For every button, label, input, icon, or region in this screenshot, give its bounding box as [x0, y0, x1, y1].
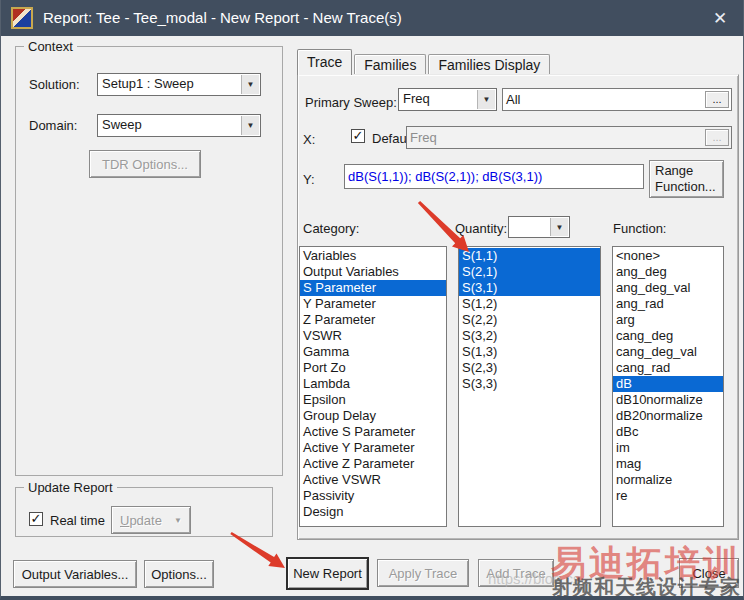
- category-item[interactable]: Lambda: [300, 376, 446, 392]
- y-field[interactable]: [344, 164, 644, 189]
- category-item[interactable]: Z Parameter: [300, 312, 446, 328]
- solution-combobox[interactable]: Setup1 : Sweep ▼: [97, 73, 261, 96]
- red-arrow-icon: [409, 200, 479, 262]
- category-label: Category:: [303, 221, 359, 236]
- category-item[interactable]: Output Variables: [300, 264, 446, 280]
- category-item[interactable]: Gamma: [300, 344, 446, 360]
- update-button[interactable]: Update ▼: [111, 506, 191, 534]
- function-item[interactable]: mag: [613, 456, 723, 472]
- function-item[interactable]: ang_deg_val: [613, 280, 723, 296]
- primary-sweep-range-field[interactable]: All ...: [502, 88, 732, 111]
- quantity-item[interactable]: S(2,3): [459, 360, 600, 376]
- function-item[interactable]: <none>: [613, 248, 723, 264]
- category-item[interactable]: VSWR: [300, 328, 446, 344]
- function-item[interactable]: arg: [613, 312, 723, 328]
- quantity-item[interactable]: S(1,2): [459, 296, 600, 312]
- apply-trace-button[interactable]: Apply Trace: [377, 559, 469, 587]
- category-item[interactable]: Active S Parameter: [300, 424, 446, 440]
- check-icon: ✓: [31, 512, 42, 525]
- update-report-group-label: Update Report: [24, 480, 117, 495]
- quantity-item[interactable]: S(3,1): [459, 280, 600, 296]
- context-group-label: Context: [24, 39, 77, 54]
- category-item[interactable]: Design: [300, 504, 446, 520]
- quantity-item[interactable]: S(2,2): [459, 312, 600, 328]
- real-time-label[interactable]: Real time: [50, 513, 105, 528]
- real-time-checkbox[interactable]: ✓: [29, 512, 43, 526]
- function-listbox[interactable]: <none>ang_degang_deg_valang_radargcang_d…: [612, 246, 724, 527]
- chevron-down-icon: ▼: [174, 516, 182, 525]
- watermark-tagline: 射频和天线设计专家: [552, 574, 741, 600]
- function-item[interactable]: ang_rad: [613, 296, 723, 312]
- context-group: Context: [15, 46, 283, 476]
- category-item[interactable]: Active Z Parameter: [300, 456, 446, 472]
- options-button[interactable]: Options...: [144, 560, 214, 588]
- primary-sweep-label: Primary Sweep:: [305, 95, 397, 110]
- domain-label: Domain:: [29, 118, 77, 133]
- quantity-combobox[interactable]: ▼: [508, 216, 570, 238]
- function-item[interactable]: normalize: [613, 472, 723, 488]
- solution-label: Solution:: [29, 77, 80, 92]
- tab-strip: TraceFamiliesFamilies Display: [297, 49, 552, 75]
- update-button-label: Update: [120, 513, 162, 528]
- tab[interactable]: Families: [354, 54, 426, 75]
- function-item[interactable]: dB: [613, 376, 723, 392]
- quantity-combo-value: [513, 217, 549, 237]
- chevron-down-icon[interactable]: ▼: [477, 90, 495, 109]
- function-item[interactable]: im: [613, 440, 723, 456]
- function-item[interactable]: ang_deg: [613, 264, 723, 280]
- category-item[interactable]: Y Parameter: [300, 296, 446, 312]
- category-item[interactable]: Passivity: [300, 488, 446, 504]
- primary-sweep-combobox[interactable]: Freq ▼: [398, 88, 497, 111]
- function-item[interactable]: dB20normalize: [613, 408, 723, 424]
- domain-value: Sweep: [102, 115, 240, 136]
- category-item[interactable]: Epsilon: [300, 392, 446, 408]
- quantity-listbox[interactable]: S(1,1)S(2,1)S(3,1)S(1,2)S(2,2)S(3,2)S(1,…: [458, 246, 601, 527]
- range-function-button[interactable]: Range Function...: [649, 160, 724, 198]
- chevron-down-icon[interactable]: ▼: [550, 218, 568, 236]
- quantity-item[interactable]: S(1,1): [459, 248, 600, 264]
- quantity-item[interactable]: S(3,3): [459, 376, 600, 392]
- function-item[interactable]: cang_deg: [613, 328, 723, 344]
- x-default-checkbox[interactable]: ✓: [351, 129, 365, 143]
- function-item[interactable]: re: [613, 488, 723, 504]
- check-icon: ✓: [353, 129, 364, 142]
- x-field: Freq ...: [406, 126, 732, 149]
- category-item[interactable]: Group Delay: [300, 408, 446, 424]
- domain-combobox[interactable]: Sweep ▼: [97, 114, 261, 137]
- title-bar[interactable]: Report: Tee - Tee_modal - New Report - N…: [1, 0, 744, 36]
- function-item[interactable]: dBc: [613, 424, 723, 440]
- app-icon: [11, 7, 33, 29]
- x-label: X:: [303, 132, 315, 147]
- report-dialog: Report: Tee - Tee_modal - New Report - N…: [0, 0, 744, 600]
- chevron-down-icon[interactable]: ▼: [241, 116, 259, 135]
- x-value: Freq: [410, 130, 437, 145]
- y-label: Y:: [303, 172, 315, 187]
- category-item[interactable]: Port Zo: [300, 360, 446, 376]
- tdr-options-button[interactable]: TDR Options...: [89, 150, 201, 178]
- output-variables-button[interactable]: Output Variables...: [13, 560, 137, 588]
- x-ellipsis-button: ...: [705, 129, 729, 146]
- red-arrow-icon: [223, 530, 303, 580]
- quantity-item[interactable]: S(2,1): [459, 264, 600, 280]
- tab[interactable]: Trace: [297, 49, 352, 75]
- window-title: Report: Tee - Tee_modal - New Report - N…: [43, 0, 402, 36]
- primary-sweep-ellipsis-button[interactable]: ...: [705, 91, 729, 108]
- function-item[interactable]: dB10normalize: [613, 392, 723, 408]
- quantity-item[interactable]: S(1,3): [459, 344, 600, 360]
- category-item[interactable]: Active VSWR: [300, 472, 446, 488]
- category-listbox[interactable]: VariablesOutput VariablesS ParameterY Pa…: [299, 246, 447, 527]
- chevron-down-icon[interactable]: ▼: [241, 75, 259, 94]
- category-item[interactable]: Active Y Parameter: [300, 440, 446, 456]
- primary-sweep-range-value: All: [506, 92, 520, 107]
- function-label: Function:: [613, 221, 666, 236]
- solution-value: Setup1 : Sweep: [102, 74, 240, 95]
- quantity-item[interactable]: S(3,2): [459, 328, 600, 344]
- function-item[interactable]: cang_deg_val: [613, 344, 723, 360]
- close-icon[interactable]: ✕: [695, 0, 744, 36]
- function-item[interactable]: cang_rad: [613, 360, 723, 376]
- tab[interactable]: Families Display: [428, 54, 550, 75]
- primary-sweep-value: Freq: [403, 89, 476, 110]
- category-item[interactable]: S Parameter: [300, 280, 446, 296]
